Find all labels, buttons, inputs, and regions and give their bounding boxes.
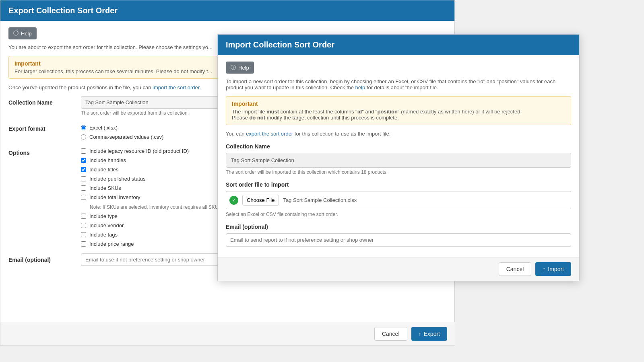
import-email-label: Email (optional) [226, 224, 571, 230]
option-inventory-checkbox[interactable] [81, 195, 86, 200]
option-tags-checkbox[interactable] [81, 232, 86, 237]
import-important-line2: Please do not modify the target collecti… [232, 115, 565, 121]
import-sort-file-label: Sort order file to import [226, 181, 571, 188]
import-help-link[interactable]: help [355, 84, 365, 90]
export-email-label: Email (optional) [8, 253, 81, 263]
import-sort-file-section: Sort order file to import ✓ Choose File … [226, 181, 571, 217]
export-options-label: Options [8, 146, 81, 156]
export-header: Export Collection Sort Order [0, 0, 454, 21]
import-collection-name-label: Collection Name [226, 143, 571, 150]
upload-icon: ↑ [419, 331, 421, 337]
import-collection-name-value: Tag Sort Sample Collection [226, 153, 571, 168]
export-collection-name-label: Collection Name [8, 96, 81, 106]
option-legacy-checkbox[interactable] [81, 148, 86, 154]
option-skus-checkbox[interactable] [81, 185, 86, 191]
import-email-section: Email (optional) [226, 224, 571, 247]
import-important-title: Important [232, 101, 565, 107]
file-selected-check-icon: ✓ [229, 196, 238, 205]
export-footer: Cancel ↑ Export [0, 322, 455, 346]
import-collection-hint: The sort order will be imported to this … [226, 169, 571, 175]
option-handles-checkbox[interactable] [81, 158, 86, 163]
export-title: Export Collection Sort Order [8, 6, 118, 15]
selected-file-name: Tag Sort Sample Collection.xlsx [283, 197, 357, 203]
import-important-box: Important The import file must contain a… [226, 96, 571, 125]
option-titles-checkbox[interactable] [81, 167, 86, 172]
option-vendor-checkbox[interactable] [81, 223, 86, 228]
export-format-label: Export format [8, 122, 81, 132]
import-title: Import Collection Sort Order [226, 40, 334, 49]
import-export-link-text: You can export the sort order for this c… [226, 131, 571, 137]
import-collection-name-section: Collection Name Tag Sort Sample Collecti… [226, 143, 571, 175]
import-email-input[interactable] [226, 233, 571, 247]
page-wrapper: Export Collection Sort Order ⓘ Help You … [0, 0, 644, 362]
import-cancel-button[interactable]: Cancel [499, 262, 532, 276]
import-help-button[interactable]: ⓘ Help [226, 62, 254, 74]
export-submit-button[interactable]: ↑ Export [411, 327, 447, 341]
option-price-range-checkbox[interactable] [81, 241, 86, 247]
import-body: ⓘ Help To import a new sort order for th… [218, 55, 579, 257]
format-csv-radio[interactable] [81, 134, 86, 140]
import-help-circle-icon: ⓘ [231, 64, 236, 71]
import-file-hint: Select an Excel or CSV file containing t… [226, 212, 571, 217]
import-footer: Cancel ↑ Import [218, 257, 579, 281]
export-sort-order-link[interactable]: export the sort order [246, 131, 293, 137]
import-sort-order-link[interactable]: import the sort order. [153, 84, 201, 90]
import-header: Import Collection Sort Order [218, 35, 579, 55]
format-excel-radio[interactable] [81, 125, 86, 130]
choose-file-button[interactable]: Choose File [242, 195, 279, 206]
help-circle-icon: ⓘ [13, 30, 19, 37]
import-description: To import a new sort order for this coll… [226, 78, 571, 90]
option-published-checkbox[interactable] [81, 176, 86, 181]
import-submit-button[interactable]: ↑ Import [535, 262, 571, 276]
export-help-button[interactable]: ⓘ Help [8, 27, 37, 39]
import-important-line1: The import file must contain at the leas… [232, 109, 565, 115]
import-file-input-row: ✓ Choose File Tag Sort Sample Collection… [226, 191, 571, 209]
export-cancel-button[interactable]: Cancel [374, 327, 407, 341]
import-upload-icon: ↑ [543, 266, 545, 272]
import-panel: Import Collection Sort Order ⓘ Help To i… [217, 34, 580, 281]
option-type-checkbox[interactable] [81, 214, 86, 219]
